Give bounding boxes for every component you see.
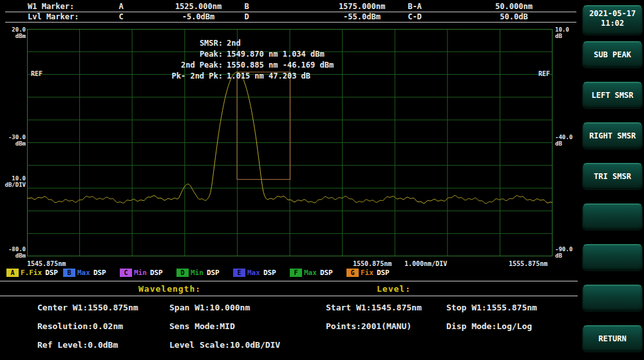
param-disp-mode: Disp Mode:Log/Log xyxy=(446,321,578,340)
param-span-wl: Span W1:10.000nm xyxy=(169,303,326,321)
parameter-grid: Center W1:1550.875nm Span W1:10.000nm St… xyxy=(37,303,578,359)
trace-legend-D[interactable]: DMinDSP xyxy=(176,269,233,277)
marker-b-name: B xyxy=(234,2,260,11)
param-sens-mode: Sens Mode:MID xyxy=(169,321,326,340)
y-axis-bottom-label: -80.0dBm xyxy=(1,246,26,259)
param-center-wl: Center W1:1550.875nm xyxy=(37,303,169,321)
marker-ba-name: B-A xyxy=(395,2,434,11)
trace-color-box: C xyxy=(120,269,132,277)
time-text: 11:02 xyxy=(583,19,642,28)
trace-mode-label: Fix xyxy=(361,269,374,277)
right-smsr-button[interactable]: RIGHT SMSR xyxy=(582,122,643,149)
osa-screen: W1 Marker: A 1525.000nm B 1575.000nm B-A… xyxy=(0,0,644,360)
param-ref-level: Ref Level:0.0dBm xyxy=(37,340,169,359)
marker-ba-value: 50.000nm xyxy=(469,2,559,11)
trace-dsp-label: DSP xyxy=(45,269,58,277)
trace-color-box: D xyxy=(176,269,189,277)
lvl-marker-label: Lvl Marker: xyxy=(28,12,79,21)
divider-line-top xyxy=(0,281,578,281)
trace-dsp-label: DSP xyxy=(320,269,333,277)
pk-delta-line: Pk- 2nd Pk:1.015 nm 47.203 dB xyxy=(169,71,334,82)
smsr-line: SMSR:2nd xyxy=(169,39,334,50)
second-peak-line: 2nd Peak:1550.885 nm -46.169 dBm xyxy=(169,61,334,71)
divider-line-bottom xyxy=(0,296,578,296)
date-text: 2021-05-17 xyxy=(583,9,642,19)
marker-header: W1 Marker: A 1525.000nm B 1575.000nm B-A… xyxy=(5,2,576,23)
level-section-label: Level: xyxy=(377,284,411,294)
trace-legend-B[interactable]: BMaxDSP xyxy=(63,269,120,277)
softkey-sidebar: 2021-05-17 11:02 SUB PEAK LEFT SMSR RIGH… xyxy=(581,0,644,360)
marker-c-value: -5.0dBm xyxy=(153,12,243,21)
trace-legend-A[interactable]: AF.FixDSP xyxy=(6,269,63,277)
param-resolution: Resolution:0.02nm xyxy=(37,321,169,340)
smsr-annotation: SMSR:2nd Peak:1549.870 nm 1.034 dBm 2nd … xyxy=(169,39,334,82)
trace-dsp-label: DSP xyxy=(207,269,220,277)
trace-color-box: E xyxy=(233,269,245,277)
softkey-blank-2[interactable] xyxy=(582,244,643,271)
softkey-blank-3[interactable] xyxy=(582,285,643,312)
trace-color-box: A xyxy=(6,269,19,277)
trace-legend-row: AF.FixDSPBMaxDSPCMinDSPDMinDSPEMaxDSPFMa… xyxy=(6,269,403,277)
right-axis-mid-label: -40.0dB xyxy=(555,134,577,147)
y-axis-top-label: 20.0dBm xyxy=(1,26,26,39)
param-blank-2 xyxy=(446,340,578,359)
trace-mode-label: Min xyxy=(191,269,204,277)
trace-dsp-label: DSP xyxy=(263,269,276,277)
trace-dsp-label: DSP xyxy=(377,269,390,277)
trace-color-box: B xyxy=(63,269,75,277)
w1-marker-row: W1 Marker: A 1525.000nm B 1575.000nm B-A… xyxy=(5,2,576,12)
x-axis-stop-label: 1555.875nm xyxy=(509,260,547,267)
trace-mode-label: F.Fix xyxy=(21,269,42,277)
marker-a-name: A xyxy=(108,2,134,11)
peak-line: Peak:1549.870 nm 1.034 dBm xyxy=(169,50,334,61)
marker-d-name: D xyxy=(234,12,260,21)
trace-dsp-label: DSP xyxy=(150,269,163,277)
param-points: Points:2001(MANU) xyxy=(326,321,446,340)
trace-legend-F[interactable]: FMaxDSP xyxy=(290,269,346,277)
spectrum-chart-area: 20.0dBm -30.0dBm 10.0dB/DIV -80.0dBm 10.… xyxy=(0,23,580,281)
trace-color-box: G xyxy=(346,269,359,277)
marker-c-name: C xyxy=(108,12,134,21)
smsr-marker-box xyxy=(237,72,290,180)
trace-legend-G[interactable]: GFixDSP xyxy=(346,269,403,277)
marker-cd-name: C-D xyxy=(395,12,434,21)
right-axis-top-label: 10.0dB xyxy=(555,26,577,39)
marker-cd-value: 50.0dB xyxy=(469,12,559,21)
right-axis-bottom-label: -90.0dB xyxy=(555,246,577,259)
marker-a-value: 1525.000nm xyxy=(153,2,243,11)
trace-dsp-label: DSP xyxy=(93,269,106,277)
tri-smsr-button[interactable]: TRI SMSR xyxy=(582,163,643,190)
trace-mode-label: Max xyxy=(247,269,260,277)
ref-label-right: REF xyxy=(538,70,550,77)
trace-color-box: F xyxy=(290,269,302,277)
w1-marker-label: W1 Marker: xyxy=(28,2,74,11)
y-axis-mid-label: -30.0dBm xyxy=(1,134,26,147)
lvl-marker-row: Lvl Marker: C -5.0dBm D -55.0dBm C-D 50.… xyxy=(5,12,576,23)
sub-peak-button[interactable]: SUB PEAK xyxy=(582,41,643,68)
wavelength-section-label: Wavelength: xyxy=(138,284,201,294)
ref-label-left: REF xyxy=(31,70,43,77)
trace-mode-label: Max xyxy=(304,269,317,277)
trace-legend-C[interactable]: CMinDSP xyxy=(120,269,176,277)
param-blank-1 xyxy=(326,340,446,359)
marker-b-value: 1575.000nm xyxy=(317,2,407,11)
marker-d-value: -55.0dBm xyxy=(317,12,407,21)
trace-mode-label: Max xyxy=(77,269,90,277)
left-smsr-button[interactable]: LEFT SMSR xyxy=(582,82,643,109)
param-stop-wl: Stop W1:1555.875nm xyxy=(446,303,578,321)
x-axis-per-div-label: 1.000nm/DIV xyxy=(404,260,447,267)
y-scale-per-div-label: 10.0dB/DIV xyxy=(1,175,26,188)
trace-mode-label: Min xyxy=(134,269,147,277)
trace-legend-E[interactable]: EMaxDSP xyxy=(233,269,290,277)
param-level-scale: Level Scale:10.0dB/DIV xyxy=(169,340,326,359)
x-axis-start-label: 1545.875nm xyxy=(27,260,66,267)
softkey-blank-1[interactable] xyxy=(582,204,643,231)
param-start-wl: Start W1:1545.875nm xyxy=(326,303,446,321)
x-axis-center-label: 1550.875nm xyxy=(353,260,392,267)
datetime-display: 2021-05-17 11:02 xyxy=(582,5,643,35)
return-button[interactable]: RETURN xyxy=(582,325,643,352)
